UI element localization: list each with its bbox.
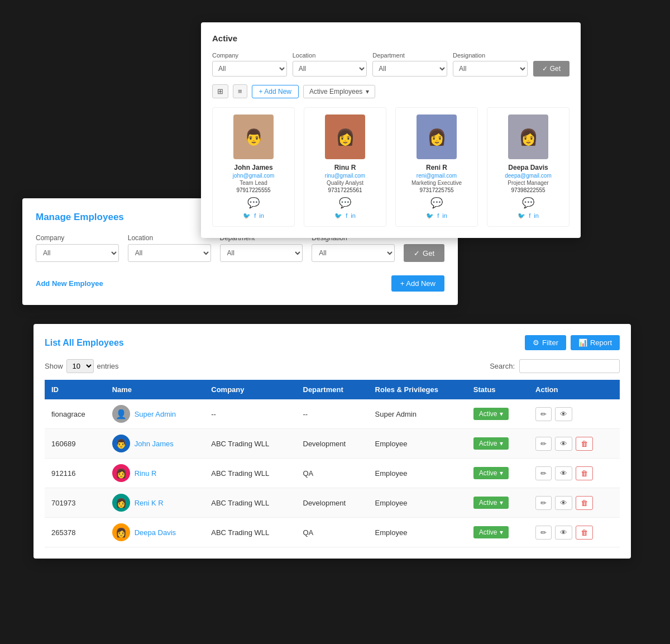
cell-name-3: 👩 Reni K R [106,488,205,518]
table-controls: Show 10 25 50 entries Search: [45,359,620,373]
card-location-filter: Location All [293,52,367,77]
manage-department-select[interactable]: All [220,244,303,262]
delete-button-4[interactable]: 🗑 [576,526,593,540]
emp-role-0: Team Lead [217,180,290,186]
edit-button-3[interactable]: ✏ [535,496,552,510]
card-designation-select[interactable]: All [453,61,528,77]
status-badge-2[interactable]: Active ▾ [473,467,509,479]
linkedin-icon-1[interactable]: in [351,212,356,220]
emp-name-link-4[interactable]: Deepa Davis [135,528,176,537]
emp-email-0: john@gmail.com [217,173,290,179]
manage-designation-select[interactable]: All [312,244,395,262]
emp-name-link-3[interactable]: Reni K R [135,499,164,507]
cell-roles-1: Employee [368,429,467,459]
edit-button-0[interactable]: ✏ [535,407,552,421]
col-status: Status [467,380,529,399]
facebook-icon-0[interactable]: f [254,212,256,220]
edit-button-1[interactable]: ✏ [535,437,552,451]
manage-designation-filter: Designation All [312,234,395,262]
emp-name-link-0[interactable]: Super Admin [135,410,176,418]
add-employee-row: Add New Employee + Add New [36,275,444,292]
filter-button[interactable]: ⚙ Filter [525,335,566,350]
card-department-select[interactable]: All [372,61,447,77]
report-button[interactable]: 📊 Report [571,335,620,350]
filter-icon: ⚙ [533,338,539,347]
chat-icon-0: 💬 [217,197,290,209]
manage-company-select[interactable]: All [36,244,119,262]
social-icons-0: 🐦 f in [217,212,290,220]
table-header-row: ID Name Company Department Roles & Privi… [45,380,620,399]
emp-email-1: rinu@gmail.com [309,173,381,179]
twitter-icon-1[interactable]: 🐦 [334,212,342,220]
table-row: 912116 👩 Rinu R ABC Trading WLL QA Emplo… [45,459,620,488]
manage-location-select[interactable]: All [128,244,211,262]
cell-company-1: ABC Trading WLL [204,429,296,459]
facebook-icon-2[interactable]: f [437,212,439,220]
card-location-select[interactable]: All [293,61,367,77]
emp-card-3: 👩 Deepa Davis deepa@gmail.com Project Ma… [487,107,570,227]
delete-button-1[interactable]: 🗑 [576,437,593,451]
manage-company-filter: Company All [36,234,119,262]
delete-button-2[interactable]: 🗑 [576,466,593,480]
search-input[interactable] [519,359,620,373]
status-badge-3[interactable]: Active ▾ [473,497,509,509]
cell-id-3: 701973 [45,488,106,518]
card-department-label: Department [372,52,447,59]
list-header: List All Employees ⚙ Filter 📊 Report [45,335,620,350]
status-badge-1[interactable]: Active ▾ [473,437,509,450]
view-button-1[interactable]: 👁 [555,437,572,451]
view-button-0[interactable]: 👁 [555,407,572,421]
emp-email-3: deepa@gmail.com [492,173,564,179]
manage-get-button[interactable]: ✓ Get [404,244,444,262]
facebook-icon-3[interactable]: f [529,212,530,220]
delete-button-3[interactable]: 🗑 [576,496,593,510]
cell-department-2: QA [296,459,368,488]
status-badge-0[interactable]: Active ▾ [473,408,509,420]
cell-action-4: ✏ 👁 🗑 [529,518,620,547]
status-badge-4[interactable]: Active ▾ [473,526,509,538]
chevron-icon-4: ▾ [500,528,503,536]
manage-location-label: Location [128,234,211,242]
twitter-icon-0[interactable]: 🐦 [243,212,251,220]
edit-button-2[interactable]: ✏ [535,466,552,480]
cell-department-0: -- [296,399,368,429]
cell-name-1: 👨 John James [106,429,205,459]
cell-name-0: 👤 Super Admin [106,399,205,429]
linkedin-icon-3[interactable]: in [534,212,539,220]
chevron-down-icon: ▾ [366,88,369,96]
view-button-4[interactable]: 👁 [555,526,572,540]
list-view-button[interactable]: ≡ [233,84,247,98]
twitter-icon-3[interactable]: 🐦 [518,212,525,220]
emp-avatar-1: 👩 [325,115,365,159]
card-company-select[interactable]: All [212,61,287,77]
manage-department-filter: Department All [220,234,303,262]
emp-name-link-1[interactable]: John James [135,440,174,448]
linkedin-icon-2[interactable]: in [442,212,447,220]
cell-status-2: Active ▾ [467,459,529,488]
card-add-new-button[interactable]: + Add New [252,85,299,98]
add-new-employee-button[interactable]: + Add New [391,275,444,292]
checkmark-icon-manage: ✓ [414,249,420,257]
entries-select[interactable]: 10 25 50 [66,359,94,373]
twitter-icon-2[interactable]: 🐦 [426,212,434,220]
cell-action-2: ✏ 👁 🗑 [529,459,620,488]
add-employee-label: Add New Employee [36,279,103,288]
cell-department-4: QA [296,518,368,547]
emp-name-link-2[interactable]: Rinu R [135,469,157,478]
manage-location-filter: Location All [128,234,211,262]
grid-view-button[interactable]: ⊞ [212,84,228,98]
card-panel-title: Active [212,34,570,43]
card-designation-filter: Designation All [453,52,528,77]
table-row: 265378 👩 Deepa Davis ABC Trading WLL QA … [45,518,620,547]
edit-button-4[interactable]: ✏ [535,526,552,540]
emp-name-3: Deepa Davis [492,164,564,171]
view-button-3[interactable]: 👁 [555,496,572,510]
col-action: Action [529,380,620,399]
card-department-filter: Department All [372,52,447,77]
emp-avatar-sm-3: 👩 [112,494,130,512]
status-dropdown[interactable]: Active Employees ▾ [303,85,375,98]
card-get-button[interactable]: ✓ Get [533,61,570,77]
view-button-2[interactable]: 👁 [555,466,572,480]
facebook-icon-1[interactable]: f [346,212,347,220]
linkedin-icon-0[interactable]: in [259,212,264,220]
